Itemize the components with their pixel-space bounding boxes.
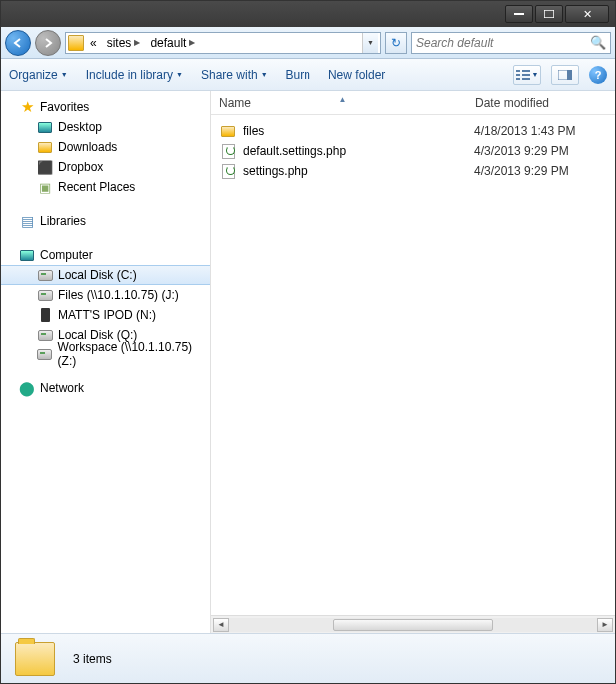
sort-asc-icon: ▲ xyxy=(339,95,347,104)
sidebar-recent[interactable]: ▣Recent Places xyxy=(1,177,210,197)
svg-rect-4 xyxy=(516,78,520,80)
label: Libraries xyxy=(40,214,86,228)
breadcrumb-sites[interactable]: sites▶ xyxy=(103,33,145,53)
nav-bar: « sites▶ default▶ ▼ ↻ 🔍 xyxy=(1,27,615,59)
folder-icon xyxy=(219,123,237,139)
php-file-icon xyxy=(219,163,237,179)
refresh-button[interactable]: ↻ xyxy=(385,32,407,54)
folder-icon xyxy=(68,35,84,51)
column-date[interactable]: Date modified xyxy=(467,96,615,110)
minimize-button[interactable] xyxy=(505,5,533,23)
php-file-icon xyxy=(219,143,237,159)
svg-rect-9 xyxy=(567,70,572,80)
ipod-icon xyxy=(37,307,53,323)
label: Share with xyxy=(201,68,258,82)
network-group[interactable]: ⬤Network xyxy=(1,378,210,398)
label: Favorites xyxy=(40,100,89,114)
label: Computer xyxy=(40,248,93,262)
crumb-label: default xyxy=(150,36,186,50)
label: Name xyxy=(219,96,251,110)
preview-pane-button[interactable] xyxy=(551,65,579,85)
breadcrumb-root[interactable]: « xyxy=(86,33,101,53)
libraries-icon: ▤ xyxy=(19,213,35,229)
new-folder-button[interactable]: New folder xyxy=(328,68,385,82)
file-name: default.settings.php xyxy=(243,144,474,158)
desktop-icon xyxy=(37,119,53,135)
column-name[interactable]: Name▲ xyxy=(211,96,467,110)
svg-rect-2 xyxy=(516,70,520,72)
scroll-left-button[interactable]: ◄ xyxy=(213,618,229,632)
burn-button[interactable]: Burn xyxy=(286,68,310,82)
sidebar-dropbox[interactable]: ⬛Dropbox xyxy=(1,157,210,177)
toolbar-right: ▼ ? xyxy=(513,65,607,85)
help-button[interactable]: ? xyxy=(589,66,607,84)
favorites-group[interactable]: ★Favorites xyxy=(1,97,210,117)
chevron-right-icon: ▶ xyxy=(134,38,140,47)
sidebar-downloads[interactable]: Downloads xyxy=(1,137,210,157)
network-drive-icon xyxy=(37,287,53,303)
sidebar-ipod[interactable]: MATT'S IPOD (N:) xyxy=(1,305,210,325)
label: Files (\\10.1.10.75) (J:) xyxy=(58,288,179,302)
include-library-button[interactable]: Include in library▼ xyxy=(86,68,183,82)
command-bar: Organize▼ Include in library▼ Share with… xyxy=(1,59,615,91)
address-bar[interactable]: « sites▶ default▶ ▼ xyxy=(65,32,381,54)
list-item[interactable]: settings.php 4/3/2013 9:29 PM xyxy=(211,161,615,181)
computer-group[interactable]: Computer xyxy=(1,245,210,265)
label: Local Disk (C:) xyxy=(58,268,137,282)
file-view: Name▲ Date modified files 4/18/2013 1:43… xyxy=(211,91,615,633)
label: Recent Places xyxy=(58,180,135,194)
scroll-right-button[interactable]: ► xyxy=(597,618,613,632)
column-headers: Name▲ Date modified xyxy=(211,91,615,115)
search-icon: 🔍 xyxy=(590,35,606,50)
file-date: 4/3/2013 9:29 PM xyxy=(474,164,615,178)
chevron-down-icon: ▼ xyxy=(61,71,68,78)
body: ★Favorites Desktop Downloads ⬛Dropbox ▣R… xyxy=(1,91,615,633)
address-dropdown[interactable]: ▼ xyxy=(362,33,378,53)
search-input[interactable] xyxy=(416,36,590,50)
file-list: files 4/18/2013 1:43 PM default.settings… xyxy=(211,115,615,615)
share-with-button[interactable]: Share with▼ xyxy=(201,68,268,82)
svg-rect-6 xyxy=(522,74,530,76)
scroll-track[interactable] xyxy=(229,618,597,632)
horizontal-scrollbar[interactable]: ◄ ► xyxy=(211,615,615,633)
breadcrumb-default[interactable]: default▶ xyxy=(146,33,199,53)
forward-button[interactable] xyxy=(35,30,61,56)
sidebar-local-c[interactable]: Local Disk (C:) xyxy=(1,265,210,285)
back-button[interactable] xyxy=(5,30,31,56)
drive-icon xyxy=(37,327,53,342)
label: Local Disk (Q:) xyxy=(58,328,137,342)
view-options-button[interactable]: ▼ xyxy=(513,65,541,85)
chevron-down-icon: ▼ xyxy=(261,71,268,78)
close-button[interactable]: ✕ xyxy=(565,5,609,23)
downloads-icon xyxy=(37,139,53,155)
scroll-thumb[interactable] xyxy=(333,619,493,631)
sidebar-workspace-z[interactable]: Workspace (\\10.1.10.75) (Z:) xyxy=(1,344,210,364)
drive-icon xyxy=(37,267,53,283)
breadcrumb-overflow: « xyxy=(90,36,97,50)
label: Dropbox xyxy=(58,160,103,174)
svg-rect-7 xyxy=(522,78,530,80)
nav-pane: ★Favorites Desktop Downloads ⬛Dropbox ▣R… xyxy=(1,91,211,633)
list-item[interactable]: default.settings.php 4/3/2013 9:29 PM xyxy=(211,141,615,161)
file-date: 4/3/2013 9:29 PM xyxy=(474,144,615,158)
star-icon: ★ xyxy=(19,99,35,115)
label: New folder xyxy=(328,68,385,82)
sidebar-desktop[interactable]: Desktop xyxy=(1,117,210,137)
sidebar-files-j[interactable]: Files (\\10.1.10.75) (J:) xyxy=(1,285,210,305)
label: Date modified xyxy=(475,96,549,110)
search-box[interactable]: 🔍 xyxy=(411,32,611,54)
label: Network xyxy=(40,381,84,395)
label: Organize xyxy=(9,68,58,82)
folder-icon xyxy=(15,642,55,676)
network-icon: ⬤ xyxy=(19,380,35,396)
label: Downloads xyxy=(58,140,117,154)
svg-rect-1 xyxy=(544,10,554,18)
libraries-group[interactable]: ▤Libraries xyxy=(1,211,210,231)
organize-button[interactable]: Organize▼ xyxy=(9,68,68,82)
file-name: settings.php xyxy=(243,164,474,178)
status-bar: 3 items xyxy=(1,633,615,683)
maximize-button[interactable] xyxy=(535,5,563,23)
file-name: files xyxy=(243,124,474,138)
list-item[interactable]: files 4/18/2013 1:43 PM xyxy=(211,121,615,141)
svg-rect-0 xyxy=(514,13,524,15)
